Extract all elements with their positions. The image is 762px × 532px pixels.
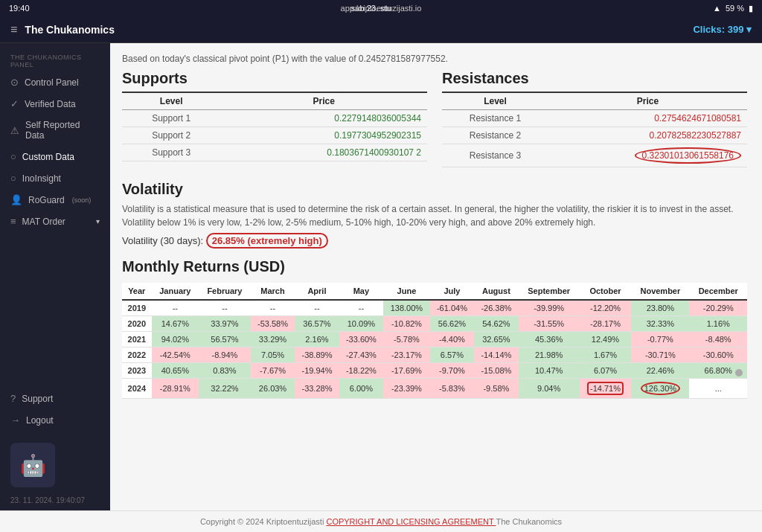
- logout-icon: →: [10, 414, 20, 426]
- table-row: Resistance 3 0.32301013061558176: [442, 144, 747, 167]
- sidebar: THE CHUKANOMICS PANEL ⊙ Control Panel ✓ …: [0, 43, 110, 510]
- wifi-icon: ▲: [713, 4, 721, 13]
- cell-2024-jan: -28.91%: [152, 379, 199, 399]
- main-layout: THE CHUKANOMICS PANEL ⊙ Control Panel ✓ …: [0, 43, 762, 510]
- sidebar-label-self-reported: Self Reported Data: [25, 120, 100, 141]
- footer-suffix: The Chukanomics: [496, 517, 562, 526]
- cell-2023-may: -18.22%: [339, 363, 383, 379]
- cell-2020-nov: 32.33%: [631, 316, 689, 332]
- cell-2020-aug: 54.62%: [474, 316, 518, 332]
- resistance-price-1: 0.2754624671080581: [548, 110, 747, 127]
- cell-2021-nov: -0.77%: [631, 332, 689, 347]
- cell-2019-jan: --: [152, 300, 199, 316]
- nov-2024-circle: 126.30%: [641, 382, 680, 395]
- cell-2024-sep: 9.04%: [519, 379, 580, 399]
- self-reported-icon: ⚠: [10, 125, 19, 136]
- sidebar-item-custom-data[interactable]: ○ Custom Data: [0, 146, 110, 167]
- sidebar-item-inoinsight[interactable]: ○ InoInsight: [0, 167, 110, 189]
- col-jul: July: [430, 283, 474, 300]
- volatility-description: Volatility is a statistical measure that…: [122, 202, 747, 229]
- cell-2022-aug: -14.14%: [474, 347, 518, 363]
- cell-2019-nov: 23.80%: [631, 300, 689, 316]
- monthly-returns-title: Monthly Returns (USD): [122, 258, 747, 275]
- cell-2021-jan: 94.02%: [152, 332, 199, 347]
- cell-2019-may: --: [339, 300, 383, 316]
- sidebar-label-mat-order: MAT Order: [22, 217, 65, 227]
- cell-2023-sep: 10.47%: [519, 363, 580, 379]
- resistance-level-3: Resistance 3: [442, 144, 548, 167]
- sidebar-item-control-panel[interactable]: ⊙ Control Panel: [0, 71, 110, 93]
- app-title: The Chukanomics: [25, 24, 115, 36]
- sidebar-label-verified-data: Verified Data: [25, 99, 76, 109]
- cell-2024-jul: -5.83%: [430, 379, 474, 399]
- cell-2019-oct: -12.20%: [580, 300, 632, 316]
- table-row: Resistance 2 0.20782582230527887: [442, 127, 747, 144]
- col-nov: November: [631, 283, 689, 300]
- col-may: May: [339, 283, 383, 300]
- cell-2022-sep: 21.98%: [519, 347, 580, 363]
- supports-table: Level Price Support 1 0.2279148036005344…: [122, 92, 427, 161]
- cell-2020-jun: -10.82%: [383, 316, 430, 332]
- battery-value: 59 %: [726, 4, 744, 13]
- col-feb: February: [199, 283, 251, 300]
- support-icon: ?: [10, 393, 16, 404]
- resistance-level-1: Resistance 1: [442, 110, 548, 127]
- cell-2023-jan: 40.65%: [152, 363, 199, 379]
- sidebar-item-logout[interactable]: → Logout: [0, 409, 110, 431]
- pivot-note: Based on today's classical pivot point (…: [122, 54, 747, 64]
- cell-2019-aug: -26.38%: [474, 300, 518, 316]
- support-level-1: Support 1: [122, 110, 220, 127]
- cell-2022-apr: -38.89%: [295, 347, 339, 363]
- support-price-2: 0.1977304952902315: [220, 127, 427, 144]
- volatility-label: Volatility (30 days):: [122, 235, 206, 246]
- resistance-3-circle-annotation: 0.32301013061558176: [635, 147, 741, 164]
- table-row: Support 1 0.2279148036005344: [122, 110, 427, 127]
- returns-header-row: Year January February March April May Ju…: [122, 283, 747, 300]
- sidebar-item-roguard[interactable]: 👤 RoGuard (soon): [0, 189, 110, 211]
- cell-2023-jul: -9.70%: [430, 363, 474, 379]
- cell-2023-aug: -15.08%: [474, 363, 518, 379]
- sidebar-label-logout: Logout: [26, 415, 54, 426]
- sidebar-item-support[interactable]: ? Support: [0, 388, 110, 409]
- avatar: 🤖: [10, 443, 55, 487]
- sidebar-item-mat-order[interactable]: ≡ MAT Order ▾: [0, 211, 110, 232]
- cell-2020-may: 10.09%: [339, 316, 383, 332]
- cell-2021-jun: -5.78%: [383, 332, 430, 347]
- cell-2021-dec: -8.48%: [689, 332, 747, 347]
- cell-2020-feb: 33.97%: [199, 316, 251, 332]
- cell-2022-mar: 7.05%: [251, 347, 295, 363]
- col-apr: April: [295, 283, 339, 300]
- cell-2020-apr: 36.57%: [295, 316, 339, 332]
- sidebar-item-self-reported[interactable]: ⚠ Self Reported Data: [0, 115, 110, 146]
- cell-2019-feb: --: [199, 300, 251, 316]
- resistances-title: Resistances: [442, 70, 747, 87]
- hamburger-icon[interactable]: ≡: [10, 23, 17, 36]
- table-row: Resistance 1 0.2754624671080581: [442, 110, 747, 127]
- cell-2022-jan: -42.54%: [152, 347, 199, 363]
- monthly-returns-section: Monthly Returns (USD) Year January Febru…: [122, 258, 747, 399]
- cell-2023-feb: 0.83%: [199, 363, 251, 379]
- battery-icon: ▮: [749, 4, 753, 13]
- footer-link[interactable]: COPYRIGHT AND LICENSING AGREEMENT: [326, 517, 496, 526]
- cell-2021-feb: 56.57%: [199, 332, 251, 347]
- cell-2023-jun: -17.69%: [383, 363, 430, 379]
- cell-2022-nov: -30.71%: [631, 347, 689, 363]
- cell-2022-feb: -8.94%: [199, 347, 251, 363]
- cell-2021-jul: -4.40%: [430, 332, 474, 347]
- chevron-down-icon[interactable]: ▾: [746, 24, 752, 35]
- clicks-value: 399: [728, 24, 744, 35]
- avatar-area: 🤖: [0, 431, 110, 493]
- support-price-1: 0.2279148036005344: [220, 110, 427, 127]
- resistance-level-2: Resistance 2: [442, 127, 548, 144]
- cell-2020-oct: -28.17%: [580, 316, 632, 332]
- col-jun: June: [383, 283, 430, 300]
- sidebar-label-roguard: RoGuard: [28, 195, 65, 205]
- cell-2019-sep: -39.99%: [519, 300, 580, 316]
- cell-2022-may: -27.43%: [339, 347, 383, 363]
- verified-data-icon: ✓: [10, 98, 19, 109]
- sidebar-item-verified-data[interactable]: ✓ Verified Data: [0, 93, 110, 115]
- main-content: Based on today's classical pivot point (…: [110, 43, 762, 510]
- cell-2019-jun: 138.00%: [383, 300, 430, 316]
- support-level-3: Support 3: [122, 144, 220, 161]
- sr-grid: Supports Level Price Support 1 0.2279148…: [122, 70, 747, 167]
